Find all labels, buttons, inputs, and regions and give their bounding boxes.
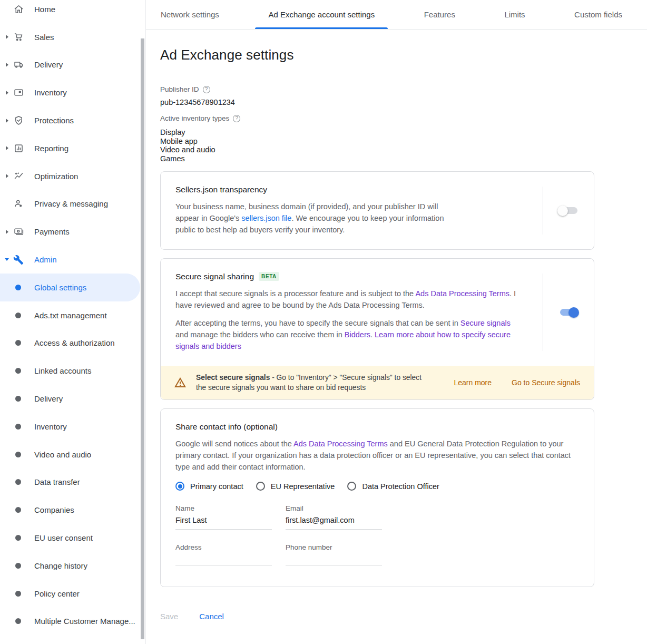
person-privacy-icon [13,198,24,210]
page-title: Ad Exchange settings [160,47,594,63]
bullet-icon [15,618,21,624]
sidebar-item-payments[interactable]: Payments [0,218,145,246]
name-input[interactable]: First Last [175,516,272,530]
chevron-right-icon[interactable] [6,146,8,150]
sidebar-item-sales[interactable]: Sales [0,23,145,51]
banner-icon [13,87,24,99]
chevron-down-icon[interactable] [5,258,9,261]
chevron-right-icon[interactable] [6,91,8,95]
warning-triangle-icon [174,376,187,389]
tab-custom-fields[interactable]: Custom fields [561,0,635,29]
chevron-right-icon[interactable] [6,35,8,39]
publisher-id-label: Publisher ID [160,85,199,93]
radio-eu-representative[interactable]: EU Representative [256,482,335,491]
bullet-icon [15,285,21,290]
insights-icon [13,170,24,182]
sidebar-item-inventory[interactable]: Inventory [0,79,145,106]
sellers-json-description: Your business name, business domain (if … [175,201,452,236]
bidders-link[interactable]: Bidders [345,330,370,339]
sidebar-item-delivery[interactable]: Delivery [0,51,145,79]
secure-signal-toggle[interactable] [558,307,579,318]
help-circle-icon[interactable]: ? [233,115,240,122]
payments-icon [13,226,24,238]
sidebar-item-protections[interactable]: Protections [0,106,145,134]
address-input[interactable] [175,555,272,565]
email-field: Email first.last@gmail.com [286,504,382,530]
radio-button-icon [175,482,184,491]
active-inventory-types-label: Active inventory types [160,114,229,122]
cancel-button[interactable]: Cancel [199,612,224,621]
sidebar-item-eu-user-consent[interactable]: EU user consent [0,524,145,552]
bullet-icon [15,479,21,485]
chevron-right-icon[interactable] [6,230,8,234]
bullet-icon [15,507,21,513]
chevron-right-icon[interactable] [6,174,8,178]
sidebar-item-inventory-sub[interactable]: Inventory [0,413,145,441]
radio-primary-contact[interactable]: Primary contact [175,482,243,491]
truck-icon [13,59,24,71]
inventory-type: Video and audio [160,145,594,154]
sidebar-item-policy-center[interactable]: Policy center [0,580,145,608]
sidebar-item-global-settings[interactable]: Global settings [0,274,140,301]
tab-ad-exchange-account-settings[interactable]: Ad Exchange account settings [255,0,388,29]
sidebar-item-admin[interactable]: Admin [0,246,145,274]
secure-signal-warning-banner: Select secure signals - Go to "Inventory… [161,366,594,399]
sidebar-item-linked-accounts[interactable]: Linked accounts [0,357,145,385]
publisher-meta: Publisher ID ? pub-12345678901234 Active… [160,85,594,163]
learn-more-link[interactable]: Learn more [454,378,492,387]
ads-data-processing-terms-link[interactable]: Ads Data Processing Terms [293,440,388,448]
share-contact-title: Share contact info (optional) [175,422,579,432]
sellers-json-title: Sellers.json transparency [175,185,528,194]
radio-data-protection-officer[interactable]: Data Protection Officer [347,482,439,491]
sidebar: Home Sales Delivery Inventory [0,0,146,644]
sellers-json-toggle[interactable] [558,206,579,216]
sidebar-item-change-history[interactable]: Change history [0,552,145,580]
tab-network-settings[interactable]: Network settings [148,0,232,29]
bullet-icon [15,424,21,430]
tab-features[interactable]: Features [411,0,468,29]
ads-data-processing-terms-link[interactable]: Ads Data Processing Terms [415,289,509,298]
home-icon [13,3,24,15]
main-panel: Network settings Ad Exchange account set… [146,0,647,644]
sidebar-item-companies[interactable]: Companies [0,496,145,524]
go-to-secure-signals-link[interactable]: Go to Secure signals [512,378,580,387]
contact-type-radio-group: Primary contact EU Representative Data P… [175,482,579,491]
sidebar-item-optimization[interactable]: Optimization [0,162,145,190]
secure-signal-paragraph-1: I accept that secure signals is a proces… [175,288,521,311]
phone-input[interactable] [286,555,382,565]
sidebar-item-ads-txt-management[interactable]: Ads.txt management [0,301,145,329]
bullet-icon [15,563,21,569]
email-input[interactable]: first.last@gmail.com [286,516,382,530]
sellers-json-file-link[interactable]: sellers.json file [241,214,291,222]
sidebar-item-privacy-messaging[interactable]: Privacy & messaging [0,190,145,218]
share-contact-description: Google will send notices about the Ads D… [175,438,579,473]
radio-button-icon [256,482,265,491]
sellers-json-card: Sellers.json transparency Your business … [160,171,594,250]
bar-chart-icon [13,142,24,154]
phone-field: Phone number [286,543,382,565]
settings-tabbar: Network settings Ad Exchange account set… [146,0,647,30]
secure-signals-link[interactable]: Secure signals [460,319,511,327]
help-circle-icon[interactable]: ? [203,86,210,93]
sidebar-item-home[interactable]: Home [0,0,145,23]
share-contact-card: Share contact info (optional) Google wil… [160,408,594,587]
inventory-type: Mobile app [160,137,594,146]
chevron-right-icon[interactable] [6,63,8,67]
sidebar-item-multiple-customer-management[interactable]: Multiple Customer Manage... [0,608,145,636]
sidebar-item-data-transfer[interactable]: Data transfer [0,469,145,496]
sidebar-item-reporting[interactable]: Reporting [0,134,145,162]
cart-icon [13,31,24,43]
bullet-icon [15,368,21,374]
sidebar-item-delivery-sub[interactable]: Delivery [0,385,145,413]
tab-limits[interactable]: Limits [491,0,538,29]
contact-fields: Name First Last Email first.last@gmail.c… [175,504,579,565]
sidebar-item-video-audio[interactable]: Video and audio [0,441,145,469]
chevron-right-icon[interactable] [6,119,8,123]
sidebar-scrollbar[interactable] [141,38,144,639]
bullet-icon [15,452,21,457]
warning-banner-text: Select secure signals - Go to "Inventory… [196,373,430,393]
save-button[interactable]: Save [160,612,178,621]
publisher-id-value: pub-12345678901234 [160,98,594,106]
sidebar-item-access-authorization[interactable]: Access & authorization [0,329,145,357]
name-field: Name First Last [175,504,272,530]
